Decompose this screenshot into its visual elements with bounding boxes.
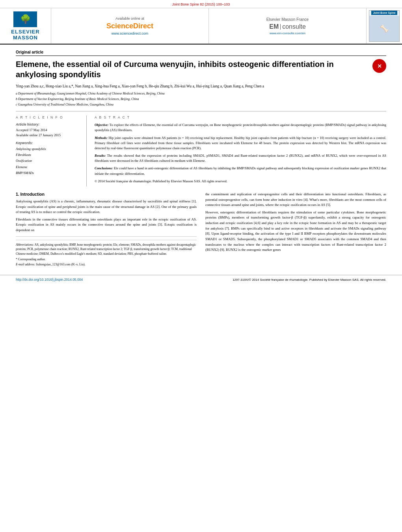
corresponding-note: * Corresponding author.	[16, 257, 197, 262]
email-label: E-mail address:	[16, 263, 35, 266]
footnote-divider	[16, 236, 197, 237]
masson-text: MASSON	[11, 35, 39, 41]
email-value: liuhongxiao_123@163.com (H.-x. Liu).	[36, 263, 86, 266]
journal-name: Joint Bone Spine 82 (2015) 100–103	[172, 2, 230, 6]
crossmark-circle: ✕	[372, 59, 386, 73]
keyword-1: Ankylosing spondylitis	[16, 146, 82, 152]
article-title: Elemene, the essential oil of Curcuma we…	[16, 59, 368, 80]
affiliations: a Department of Rheumatology, Guang'anme…	[16, 91, 386, 107]
elsevier-text: ELSEVIER	[11, 29, 39, 35]
elsevier-logo: 🌳 ELSEVIER MASSON	[11, 11, 39, 41]
affiliation-c: c Guangzhou University of Traditional Ch…	[16, 102, 386, 107]
article-info-abstract: A R T I C L E I N F O Article history: A…	[16, 111, 386, 186]
body-right-column: the commitment and replication of osteop…	[205, 192, 386, 268]
objective-text: To explore the effects of Elemene, the e…	[95, 123, 386, 132]
intro-paragraph-1: Ankylosing spondylitis (AS) is a chronic…	[16, 199, 197, 215]
corresponding-label: * Corresponding author.	[16, 258, 46, 261]
footnotes: Abbreviations: AS, ankylosing spondyliti…	[16, 240, 197, 267]
abbreviations-label: Abbreviations:	[16, 243, 34, 247]
header-section: 🌳 ELSEVIER MASSON Available online at Sc…	[0, 8, 402, 44]
em-consulte-url[interactable]: www.em-consulte.com/en	[270, 32, 305, 35]
conclusions-text: Ele could have a hand in anti-osteogenic…	[95, 166, 386, 175]
sciencedirect-label: ScienceDirect	[106, 22, 153, 30]
thumb-title-bar: Joint Bone Spine	[371, 11, 397, 15]
author-list: Ying-yan Zhou a,c, Hong-xiao Liu a,*, Na…	[16, 84, 264, 88]
journal-bar: Joint Bone Spine 82 (2015) 100–103	[0, 0, 402, 8]
abstract-conclusions: Conclusions: Ele could have a hand in an…	[95, 166, 386, 176]
methods-text: Hip joint capsules were obtained from AS…	[95, 136, 386, 150]
keywords-list: Ankylosing spondylitis Fibroblasts Ossif…	[16, 146, 82, 176]
article-type: Original article	[16, 50, 386, 56]
email-note: E-mail address: liuhongxiao_123@163.com …	[16, 262, 197, 267]
affiliation-b: b Department of Vaccine Engineering, Bei…	[16, 97, 386, 102]
title-section: Elemene, the essential oil of Curcuma we…	[16, 59, 386, 80]
em-consulte-logo: EM consulte	[269, 23, 306, 30]
article-info-header: A R T I C L E I N F O	[16, 115, 82, 119]
sciencedirect-section: Available online at ScienceDirect www.sc…	[51, 8, 209, 44]
available-online-date: Available online 27 January 2015	[16, 133, 82, 138]
doi-link[interactable]: http://dx.doi.org/10.1016/j.jbspin.2014.…	[16, 278, 83, 282]
accepted-date: Accepted 17 May 2014	[16, 128, 82, 133]
bottom-bar: http://dx.doi.org/10.1016/j.jbspin.2014.…	[0, 275, 402, 284]
elsevier-masson-france: Elsevier Masson France	[266, 17, 309, 22]
body-section: 1. Introduction Ankylosing spondylitis (…	[16, 192, 386, 268]
crossmark-logo[interactable]: ✕	[372, 59, 386, 73]
abstract-column: A B S T R A C T Objective: To explore th…	[95, 115, 386, 186]
intro-paragraph-4: However, osteogenic differentiation of f…	[205, 210, 386, 253]
conclusions-label: Conclusions:	[95, 166, 113, 170]
em-consulte-section: Elsevier Masson France EM consulte www.e…	[209, 8, 367, 44]
affiliation-a: a Department of Rheumatology, Guang'anme…	[16, 91, 386, 96]
results-text: The results showed that the expression o…	[95, 154, 386, 163]
intro-paragraph-2: Fibroblasts in the connective tissues di…	[16, 217, 197, 233]
abstract-header: A B S T R A C T	[95, 115, 386, 119]
results-label: Results:	[95, 154, 106, 158]
keyword-2: Fibroblasts	[16, 152, 82, 158]
authors: Ying-yan Zhou a,c, Hong-xiao Liu a,*, Na…	[16, 83, 386, 89]
abstract-copyright: © 2014 Société française de rhumatologie…	[95, 179, 386, 184]
journal-cover-thumbnail: Joint Bone Spine 🦴	[369, 10, 400, 42]
body-left-column: 1. Introduction Ankylosing spondylitis (…	[16, 192, 197, 268]
abbreviations: Abbreviations: AS, ankylosing spondyliti…	[16, 243, 197, 256]
sciencedirect-url[interactable]: www.sciencedirect.com	[112, 32, 149, 35]
abbreviations-text: AS, ankylosing spondylitis; BMP, bone mo…	[16, 243, 196, 256]
section-title-text: Introduction	[20, 192, 45, 196]
consulte-text: consulte	[282, 23, 306, 30]
bottom-copyright: 1297-319X/© 2014 Société française de rh…	[233, 278, 386, 282]
methods-label: Methods:	[95, 136, 108, 140]
keyword-3: Ossification	[16, 158, 82, 164]
abstract-results: Results: The results showed that the exp…	[95, 153, 386, 163]
em-text: EM	[269, 23, 279, 30]
introduction-title: 1. Introduction	[16, 192, 197, 196]
article-history-label: Article history:	[16, 122, 82, 126]
intro-paragraph-3: the commitment and replication of osteop…	[205, 192, 386, 208]
objective-label: Objective:	[95, 123, 108, 127]
journal-thumbnail: Joint Bone Spine 🦴	[367, 8, 402, 44]
abstract-objective: Objective: To explore the effects of Ele…	[95, 122, 386, 133]
section-number: 1.	[16, 192, 19, 196]
elsevier-logo-section: 🌳 ELSEVIER MASSON	[0, 8, 51, 44]
em-divider	[280, 24, 281, 30]
article-info-column: A R T I C L E I N F O Article history: A…	[16, 115, 87, 186]
keywords-label: Keywords:	[16, 141, 82, 145]
available-text: Available online at	[115, 17, 144, 20]
thumb-image-area: 🦴	[369, 16, 399, 41]
elsevier-logo-box: 🌳	[13, 11, 37, 27]
abstract-methods: Methods: Hip joint capsules were obtaine…	[95, 135, 386, 151]
main-content: Original article Elemene, the essential …	[0, 44, 402, 272]
keyword-4: Elemene	[16, 164, 82, 170]
keyword-5: BMP/SMADs	[16, 170, 82, 176]
elsevier-tree-icon: 🌳	[20, 14, 31, 24]
page: Joint Bone Spine 82 (2015) 100–103 🌳 ELS…	[0, 0, 402, 532]
